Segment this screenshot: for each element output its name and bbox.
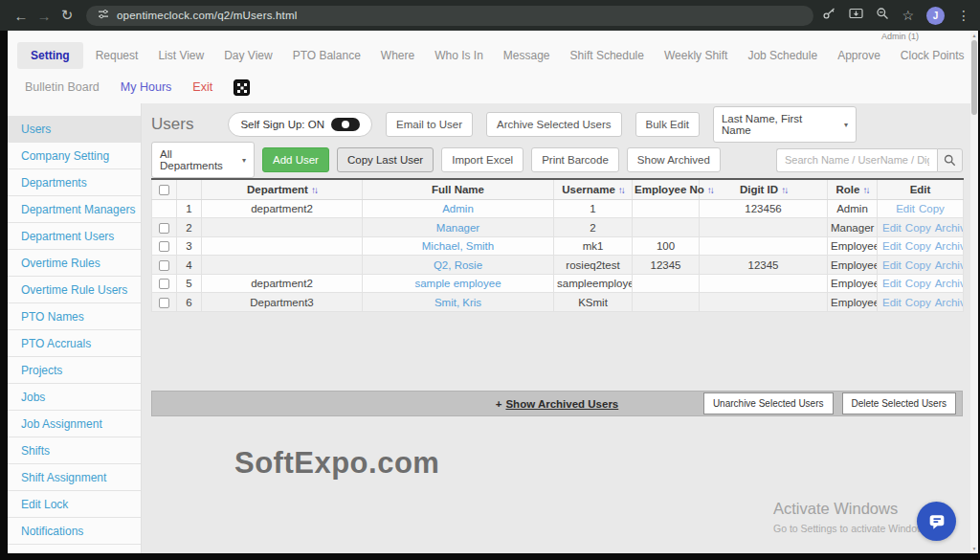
tab-who-is-in[interactable]: Who Is In <box>427 42 491 69</box>
tab-clock-points[interactable]: Clock Points <box>893 42 970 69</box>
self-sign-up-control[interactable]: Self Sign Up: ON <box>228 112 372 137</box>
qr-code-icon[interactable] <box>234 79 250 96</box>
my-hours-link[interactable]: My Hours <box>121 80 171 94</box>
sidebar-item-job-assignment[interactable]: Job Assignment <box>8 411 141 437</box>
edit-link[interactable]: Edit <box>896 203 915 214</box>
email-to-user-button[interactable]: Email to User <box>386 112 473 137</box>
chat-widget-button[interactable] <box>917 502 956 541</box>
scroll-up-icon[interactable]: ▲ <box>970 33 978 38</box>
browser-menu-icon[interactable]: ⋮ <box>957 8 970 23</box>
sidebar-item-pto-names[interactable]: PTO Names <box>8 303 141 330</box>
archive-link[interactable]: Archive <box>935 297 964 308</box>
edit-link[interactable]: Edit <box>882 259 902 271</box>
edit-link[interactable]: Edit <box>882 278 902 289</box>
sidebar-item-company-setting[interactable]: Company Setting <box>8 143 141 169</box>
copy-link[interactable]: Copy <box>905 222 931 234</box>
row-checkbox[interactable] <box>159 298 169 308</box>
bulk-edit-button[interactable]: Bulk Edit <box>635 112 700 137</box>
archive-link[interactable]: Archive <box>935 222 964 234</box>
col-department[interactable]: Department↑↓ <box>202 179 363 200</box>
copy-link[interactable]: Copy <box>905 259 931 271</box>
zoom-icon[interactable] <box>876 7 889 24</box>
tab-setting[interactable]: Setting <box>17 42 83 69</box>
sidebar-item-pto-accruals[interactable]: PTO Accruals <box>8 330 141 357</box>
tab-where[interactable]: Where <box>373 42 422 69</box>
sidebar-item-users[interactable]: Users <box>8 116 141 143</box>
sort-order-select[interactable]: Last Name, First Name ▾ <box>713 106 857 143</box>
search-button[interactable] <box>937 148 963 172</box>
profile-avatar[interactable]: J <box>926 7 945 25</box>
sidebar-item-overtime-rules[interactable]: Overtime Rules <box>8 250 141 277</box>
tab-shift-schedule[interactable]: Shift Schedule <box>563 42 652 69</box>
sort-icon[interactable]: ↑↓ <box>862 185 868 195</box>
exit-link[interactable]: Exit <box>192 80 212 94</box>
tab-pto-balance[interactable]: PTO Balance <box>285 42 368 69</box>
col-digit-id[interactable]: Digit ID↑↓ <box>700 179 828 200</box>
bookmark-star-icon[interactable]: ☆ <box>902 8 914 23</box>
forward-icon[interactable]: → <box>33 8 56 24</box>
screen-share-icon[interactable] <box>849 7 863 24</box>
reload-icon[interactable]: ↻ <box>56 7 78 24</box>
sidebar-item-notifications[interactable]: Notifications <box>8 518 141 545</box>
page-scrollbar[interactable]: ▲ ▼ <box>970 31 978 553</box>
sidebar-item-department-managers[interactable]: Department Managers <box>8 196 141 223</box>
col-username[interactable]: Username↑↓ <box>554 179 633 200</box>
tab-request[interactable]: Request <box>88 42 146 69</box>
admin-session-label[interactable]: Admin (1) <box>881 32 919 41</box>
tab-day-view[interactable]: Day View <box>216 42 279 69</box>
edit-link[interactable]: Edit <box>882 222 902 234</box>
sidebar-item-edit-lock[interactable]: Edit Lock <box>8 491 141 518</box>
sidebar-item-jobs[interactable]: Jobs <box>8 384 141 411</box>
tab-job-schedule[interactable]: Job Schedule <box>740 42 825 69</box>
back-icon[interactable]: ← <box>10 8 33 24</box>
full-name-link[interactable]: Michael, Smith <box>422 240 494 252</box>
col-employee-no[interactable]: Employee No↑↓ <box>633 179 700 200</box>
row-checkbox[interactable] <box>159 279 169 289</box>
tab-message[interactable]: Message <box>496 42 558 69</box>
print-barcode-button[interactable]: Print Barcode <box>531 147 619 172</box>
full-name-link[interactable]: Q2, Rosie <box>434 259 482 271</box>
sort-icon[interactable]: ↑↓ <box>781 185 787 195</box>
full-name-link[interactable]: Smit, Kris <box>434 297 481 308</box>
sidebar-item-department-users[interactable]: Department Users <box>8 223 141 250</box>
search-input[interactable] <box>776 148 937 172</box>
bulletin-board-link[interactable]: Bulletin Board <box>25 80 100 94</box>
sidebar-item-departments[interactable]: Departments <box>8 169 141 196</box>
archive-link[interactable]: Archive <box>935 259 964 271</box>
site-info-icon[interactable] <box>98 7 109 24</box>
sort-icon[interactable]: ↑↓ <box>707 185 713 195</box>
show-archived-button[interactable]: Show Archived <box>627 147 721 172</box>
import-excel-button[interactable]: Import Excel <box>441 147 523 172</box>
edit-link[interactable]: Edit <box>882 297 902 308</box>
full-name-link[interactable]: sample employee <box>414 278 501 289</box>
select-all-checkbox[interactable] <box>159 185 169 195</box>
scroll-down-icon[interactable]: ▼ <box>970 546 978 551</box>
unarchive-selected-button[interactable]: Unarchive Selected Users <box>703 392 834 414</box>
sort-icon[interactable]: ↑↓ <box>618 185 624 195</box>
sidebar-item-shift-assignment[interactable]: Shift Assignment <box>8 464 141 491</box>
sidebar-item-projects[interactable]: Projects <box>8 357 141 384</box>
department-filter-select[interactable]: All Departments ▾ <box>151 142 255 178</box>
tab-weekly-shift[interactable]: Weekly Shift <box>657 42 735 69</box>
row-checkbox[interactable] <box>159 260 169 271</box>
archive-link[interactable]: Archive <box>935 240 964 252</box>
full-name-link[interactable]: Admin <box>442 203 474 214</box>
tab-approve[interactable]: Approve <box>830 42 888 69</box>
sidebar-item-overtime-rule-users[interactable]: Overtime Rule Users <box>8 277 141 303</box>
sort-icon[interactable]: ↑↓ <box>311 185 317 195</box>
row-checkbox[interactable] <box>159 223 169 234</box>
archive-link[interactable]: Archive <box>935 278 964 289</box>
row-checkbox[interactable] <box>159 241 169 252</box>
copy-link[interactable]: Copy <box>919 203 945 214</box>
copy-last-user-button[interactable]: Copy Last User <box>337 147 434 172</box>
copy-link[interactable]: Copy <box>905 278 931 289</box>
full-name-link[interactable]: Manager <box>436 222 479 234</box>
col-role[interactable]: Role↑↓ <box>828 179 878 200</box>
sidebar-item-shifts[interactable]: Shifts <box>8 437 141 464</box>
tab-list-view[interactable]: List View <box>150 42 212 69</box>
address-bar[interactable]: opentimeclock.com/q2/mUsers.html <box>86 6 813 26</box>
archive-selected-users-button[interactable]: Archive Selected Users <box>486 112 622 137</box>
delete-selected-button[interactable]: Delete Selected Users <box>842 392 957 414</box>
add-user-button[interactable]: Add User <box>262 147 329 172</box>
copy-link[interactable]: Copy <box>905 240 931 252</box>
